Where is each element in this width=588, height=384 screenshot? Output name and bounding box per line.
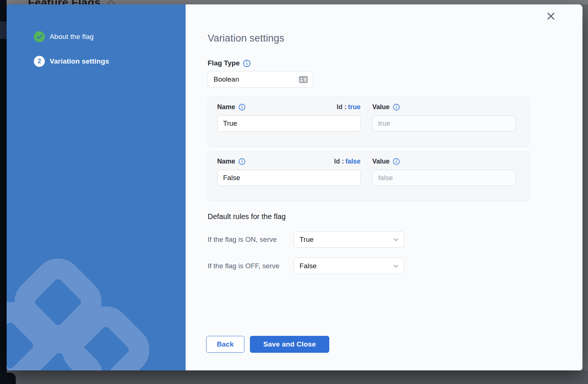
info-icon[interactable] [393, 104, 400, 111]
app-corner-shape [0, 373, 16, 384]
flag-type-label-row: Flag Type [208, 59, 582, 68]
step-label: Variation settings [50, 57, 109, 65]
save-and-close-button[interactable]: Save and Close [250, 336, 329, 353]
back-button[interactable]: Back [206, 336, 244, 353]
rule-on-select[interactable]: True [294, 231, 404, 248]
rule-row-on: If the flag is ON, serve True [208, 231, 582, 248]
variation-id: Id :true [337, 103, 361, 111]
rule-off-select[interactable]: False [294, 258, 404, 274]
flag-type-label: Flag Type [208, 59, 240, 68]
variation-id: Id :false [334, 158, 361, 165]
rule-on-label: If the flag is ON, serve [208, 235, 294, 244]
info-icon[interactable] [393, 158, 400, 165]
variation-card-true: Name Id :true [208, 97, 530, 147]
step-complete-check-icon [34, 31, 45, 42]
flag-type-picker-icon [299, 76, 308, 83]
rule-row-off: If the flag is OFF, serve False [208, 258, 582, 274]
app-sidebar-active-item [0, 21, 7, 39]
rule-off-value: False [300, 262, 316, 270]
variation-card-false: Name Id :false [208, 151, 530, 201]
value-label: Value [372, 103, 390, 111]
value-label-row: Value [372, 158, 400, 165]
name-label-row: Name [217, 103, 245, 111]
name-label: Name [217, 103, 235, 111]
page-title: Feature Flags [28, 0, 101, 4]
create-flag-modal: About the flag 2 Variation settings Vari… [7, 4, 582, 370]
default-rules-heading: Default rules for the flag [208, 212, 582, 221]
variation-settings-panel: Variation settings Flag Type Boolean [186, 4, 582, 370]
step-label: About the flag [50, 33, 94, 41]
brand-watermark-icon [7, 238, 186, 370]
app-sidebar-edge [0, 0, 7, 384]
variation-name-input[interactable] [217, 170, 361, 186]
step-about-the-flag[interactable]: About the flag [34, 31, 186, 42]
name-label-row: Name [217, 158, 245, 165]
wizard-steps: About the flag 2 Variation settings [7, 4, 186, 67]
flag-type-select[interactable]: Boolean [208, 71, 313, 88]
variation-name-input[interactable] [217, 115, 361, 132]
dimmed-page-header: Feature Flags [0, 0, 588, 4]
step-number-badge: 2 [34, 56, 45, 67]
modal-actions: Back Save and Close [206, 336, 582, 353]
close-button[interactable] [545, 10, 557, 22]
variation-value-input[interactable] [372, 115, 516, 132]
modal-title: Variation settings [208, 32, 582, 44]
value-label: Value [372, 158, 390, 165]
step-variation-settings[interactable]: 2 Variation settings [34, 56, 186, 67]
chevron-down-icon [392, 263, 399, 269]
flag-type-value: Boolean [214, 75, 239, 83]
name-label: Name [217, 158, 235, 165]
info-icon[interactable] [239, 158, 245, 165]
variation-value-input[interactable] [372, 170, 516, 186]
chevron-down-icon [392, 236, 399, 243]
rule-off-label: If the flag is OFF, serve [208, 262, 294, 270]
value-label-row: Value [372, 103, 400, 111]
info-icon[interactable] [239, 104, 245, 111]
info-icon[interactable] [243, 60, 251, 67]
info-icon [108, 1, 114, 4]
rule-on-value: True [300, 236, 313, 244]
steps-panel: About the flag 2 Variation settings [7, 4, 186, 370]
dimmed-page-footer [0, 370, 588, 384]
close-icon [546, 11, 556, 21]
